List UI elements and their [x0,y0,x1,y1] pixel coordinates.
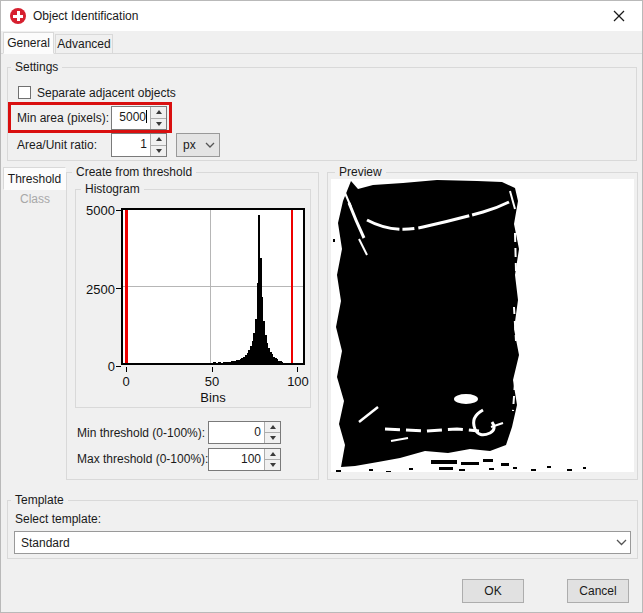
unit-combo[interactable]: px [176,133,220,157]
spin-up-icon [156,110,162,114]
y-tick [116,288,121,289]
x-tick [212,367,213,372]
close-button[interactable] [602,1,636,30]
unit-combo-value: px [177,135,201,155]
tab-general[interactable]: General [3,32,54,54]
template-combo-value: Standard [15,533,612,553]
max-threshold-spin-up[interactable] [265,449,280,459]
spin-down-icon [156,122,162,126]
tab-threshold[interactable]: Threshold [3,167,66,190]
settings-group-label: Settings [11,60,62,74]
create-from-threshold-label: Create from threshold [72,165,196,179]
min-threshold-label: Min threshold (0-100%): [77,426,205,440]
area-unit-spinbox[interactable]: 1 [111,133,167,157]
min-threshold-spinbox[interactable]: 0 [208,421,281,444]
spin-down-icon [270,436,276,440]
area-unit-spin-up[interactable] [151,134,166,145]
min-area-spin-up[interactable] [151,107,166,118]
select-template-label: Select template: [15,512,101,526]
max-threshold-label: Max threshold (0-100%): [77,452,208,466]
spin-up-icon [270,452,276,456]
preview-group-label: Preview [335,165,386,179]
template-group-label: Template [11,493,68,507]
x-tick-label: 0 [114,374,138,389]
min-threshold-value: 0 [254,425,261,439]
min-area-value: 5000 [119,110,146,124]
spin-up-icon [156,137,162,141]
spin-down-icon [156,149,162,153]
x-tick [126,367,127,372]
histogram-group-label: Histogram [81,182,144,196]
max-threshold-spinbox[interactable]: 100 [208,448,281,471]
y-tick-label: 2500 [79,282,115,297]
area-unit-value: 1 [140,137,147,151]
separate-adjacent-objects-checkbox[interactable] [18,86,31,99]
window-title: Object Identification [33,9,138,23]
tab-pane-border [1,53,643,54]
chevron-down-icon [612,539,630,546]
preview-blob [331,179,634,472]
titlebar: Object Identification [1,1,642,31]
text-caret [146,110,147,123]
min-area-spin-down[interactable] [151,118,166,130]
x-axis-title: Bins [121,390,305,405]
template-combo[interactable]: Standard [14,531,631,554]
cancel-button[interactable]: Cancel [567,579,629,603]
min-area-spinbox[interactable]: 5000 [111,106,167,130]
min-threshold-spin-down[interactable] [265,432,280,443]
x-tick-label: 50 [200,374,224,389]
object-identification-dialog: Object Identification General Advanced S… [0,0,643,613]
histogram-plot[interactable] [121,208,305,365]
separate-adjacent-objects-label: Separate adjacent objects [37,86,176,100]
tab-class[interactable]: Class [5,192,65,206]
max-threshold-value: 100 [241,452,261,466]
ok-button[interactable]: OK [462,579,524,603]
y-tick-label: 5000 [79,203,115,218]
y-tick [116,366,121,367]
area-unit-spin-down[interactable] [151,145,166,157]
y-tick [116,210,121,211]
tab-advanced[interactable]: Advanced [55,34,113,54]
chevron-down-icon [201,142,219,148]
x-tick-label: 100 [284,374,312,389]
preview-image [331,179,634,472]
max-threshold-spin-down[interactable] [265,459,280,470]
x-tick [297,367,298,372]
app-icon [10,8,26,24]
close-icon [613,10,625,22]
area-unit-ratio-label: Area/Unit ratio: [17,138,97,152]
min-threshold-spin-up[interactable] [265,422,280,432]
spin-up-icon [270,425,276,429]
y-tick-label: 0 [79,359,115,374]
min-area-label: Min area (pixels): [17,111,109,125]
spin-down-icon [270,463,276,467]
